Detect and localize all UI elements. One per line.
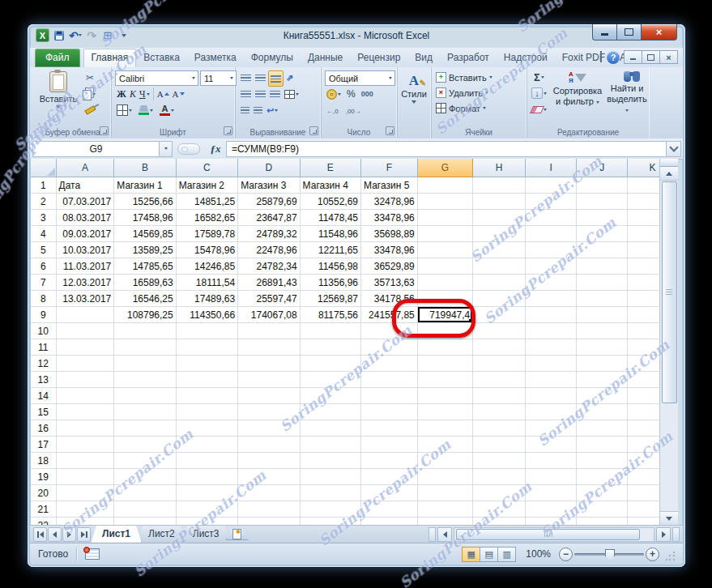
- tab-Вставка[interactable]: Вставка: [136, 49, 187, 67]
- cell-E20[interactable]: [300, 485, 360, 501]
- maximize-button[interactable]: [616, 24, 642, 40]
- cell-D14[interactable]: [238, 388, 300, 404]
- align-center-button[interactable]: [254, 87, 267, 101]
- cell-D4[interactable]: 24789,32: [238, 226, 300, 242]
- cell-D6[interactable]: 24782,34: [238, 258, 300, 275]
- cell-I16[interactable]: [525, 420, 577, 437]
- collapse-ribbon-button[interactable]: [600, 53, 602, 62]
- cell-C8[interactable]: 17489,63: [176, 291, 237, 307]
- column-header-D[interactable]: D: [238, 159, 300, 177]
- cell-H15[interactable]: [473, 404, 526, 420]
- cell-G12[interactable]: [417, 356, 473, 372]
- cell-J9[interactable]: [577, 307, 628, 323]
- row-header-16[interactable]: 16: [31, 420, 56, 437]
- cell-C17[interactable]: [176, 437, 237, 453]
- cell-B1[interactable]: Магазин 1: [114, 177, 176, 194]
- cell-C4[interactable]: 17589,78: [176, 226, 237, 242]
- cell-D2[interactable]: 25879,69: [238, 194, 300, 210]
- cell-B22[interactable]: [114, 518, 176, 526]
- cell-J8[interactable]: [577, 291, 628, 307]
- cell-F1[interactable]: Магазин 5: [361, 177, 418, 194]
- cell-E7[interactable]: 11356,96: [300, 275, 360, 291]
- normal-view-button[interactable]: ▦: [462, 547, 480, 562]
- cell-E4[interactable]: 11548,96: [300, 226, 360, 242]
- number-dialog-launcher[interactable]: [386, 126, 394, 135]
- merge-center-button[interactable]: [283, 87, 301, 101]
- row-header-6[interactable]: 6: [31, 258, 56, 275]
- column-header-H[interactable]: H: [473, 159, 526, 177]
- tab-Вид[interactable]: Вид: [407, 49, 440, 67]
- cell-E10[interactable]: [300, 323, 360, 339]
- cell-I4[interactable]: [525, 226, 577, 242]
- align-top-button[interactable]: [239, 70, 253, 85]
- row-header-19[interactable]: 19: [31, 469, 56, 485]
- cell-H5[interactable]: [473, 242, 526, 258]
- first-sheet-button[interactable]: [33, 527, 47, 542]
- redo-button[interactable]: ↷: [85, 29, 98, 42]
- cell-I10[interactable]: [525, 323, 577, 339]
- cell-C1[interactable]: Магазин 2: [176, 177, 237, 194]
- cell-D17[interactable]: [238, 437, 300, 453]
- close-button[interactable]: ×: [641, 24, 677, 40]
- cell-J19[interactable]: [577, 469, 628, 485]
- scroll-left-button[interactable]: [437, 527, 452, 542]
- column-header-I[interactable]: I: [525, 159, 577, 177]
- tab-Данные[interactable]: Данные: [301, 49, 350, 67]
- name-box-dropdown[interactable]: [160, 141, 173, 157]
- cell-I17[interactable]: [525, 437, 577, 453]
- fill-button[interactable]: ↓: [530, 86, 548, 100]
- copy-button[interactable]: [83, 87, 97, 101]
- cell-J7[interactable]: [577, 275, 628, 291]
- cell-J4[interactable]: [577, 226, 628, 242]
- cell-H11[interactable]: [473, 339, 526, 356]
- cell-C16[interactable]: [176, 420, 237, 437]
- cell-B2[interactable]: 15256,66: [114, 194, 176, 210]
- cell-A18[interactable]: [56, 453, 114, 469]
- cell-H18[interactable]: [473, 453, 526, 469]
- tab-Разметка[interactable]: Разметка: [187, 49, 244, 67]
- cut-button[interactable]: ✂: [83, 70, 97, 85]
- zoom-out-button[interactable]: −: [559, 548, 573, 561]
- insert-function-button[interactable]: ƒx: [205, 142, 226, 156]
- cell-A21[interactable]: [56, 501, 114, 518]
- cell-I11[interactable]: [525, 339, 577, 356]
- decrease-decimal-button[interactable]: ,00→: [344, 104, 363, 118]
- cell-D5[interactable]: 22478,96: [238, 242, 300, 258]
- cell-A9[interactable]: [56, 307, 114, 323]
- cell-C7[interactable]: 18111,54: [176, 275, 237, 291]
- cell-E16[interactable]: [300, 420, 360, 437]
- expand-formula-bar-button[interactable]: [666, 141, 681, 157]
- cell-D21[interactable]: [238, 501, 300, 518]
- cell-I3[interactable]: [525, 210, 577, 226]
- underline-button[interactable]: Ч: [138, 87, 151, 101]
- cell-J3[interactable]: [577, 210, 628, 226]
- font-size-combobox[interactable]: 11: [200, 70, 237, 86]
- cell-H12[interactable]: [473, 356, 526, 372]
- cell-C5[interactable]: 15478,96: [176, 242, 237, 258]
- cell-I12[interactable]: [525, 356, 577, 372]
- cell-A20[interactable]: [56, 485, 114, 501]
- cell-A4[interactable]: 09.03.2017: [56, 226, 114, 242]
- row-header-9[interactable]: 9: [31, 307, 56, 323]
- sheet-tab-Лист1[interactable]: Лист1: [91, 526, 142, 543]
- cell-G5[interactable]: [417, 242, 473, 258]
- cell-E3[interactable]: 11478,45: [300, 210, 360, 226]
- tab-Рецензир[interactable]: Рецензир: [350, 49, 407, 67]
- tab-Надстрой[interactable]: Надстрой: [497, 49, 555, 67]
- tab-split-handle[interactable]: [428, 527, 436, 542]
- cell-B12[interactable]: [114, 356, 176, 372]
- cell-D11[interactable]: [238, 339, 300, 356]
- cell-A17[interactable]: [56, 437, 114, 453]
- scrollbar-split-box[interactable]: [660, 159, 678, 167]
- cell-C9[interactable]: 114350,66: [176, 307, 237, 323]
- doc-minimize-button[interactable]: [624, 50, 642, 64]
- cell-J6[interactable]: [577, 258, 628, 275]
- cell-F4[interactable]: 35698,89: [361, 226, 418, 242]
- minimize-button[interactable]: [592, 24, 617, 40]
- wrap-text-button[interactable]: ↩: [265, 103, 279, 117]
- cell-E1[interactable]: Магазин 4: [300, 177, 360, 194]
- cell-B5[interactable]: 13589,25: [114, 242, 176, 258]
- cell-D18[interactable]: [238, 453, 300, 469]
- cell-B17[interactable]: [114, 437, 176, 453]
- cell-I20[interactable]: [525, 485, 577, 501]
